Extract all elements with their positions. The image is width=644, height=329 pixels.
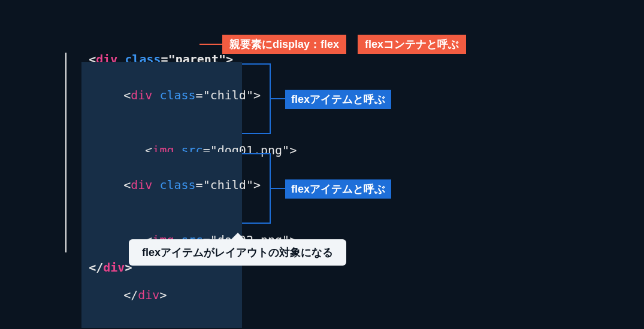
label-display-flex: 親要素にdisplay：flex [222, 35, 346, 54]
bracket-2-top [242, 153, 270, 154]
tree-vertical-line [65, 53, 66, 252]
parent-close-line: </div> [60, 244, 132, 291]
label-flex-container: flexコンテナと呼ぶ [358, 35, 466, 54]
tag-div: div [131, 178, 152, 192]
bracket-1-stem [270, 98, 285, 99]
val-child: child [210, 88, 246, 102]
connector-orange [199, 44, 222, 45]
val-child: child [210, 178, 246, 192]
label-flex-item-1: flexアイテムと呼ぶ [285, 90, 391, 109]
bracket-1-bottom [242, 133, 270, 134]
bracket-2-stem [270, 188, 285, 189]
label-flex-item-2: flexアイテムと呼ぶ [285, 179, 391, 199]
tag-div: div [131, 88, 152, 102]
tooltip-flex-item-layout: flexアイテムがレイアウトの対象になる [129, 239, 346, 266]
attr-class: class [159, 88, 195, 102]
attr-class: class [159, 178, 195, 192]
bracket-2-bottom [242, 223, 270, 224]
bracket-1-top [242, 63, 270, 65]
